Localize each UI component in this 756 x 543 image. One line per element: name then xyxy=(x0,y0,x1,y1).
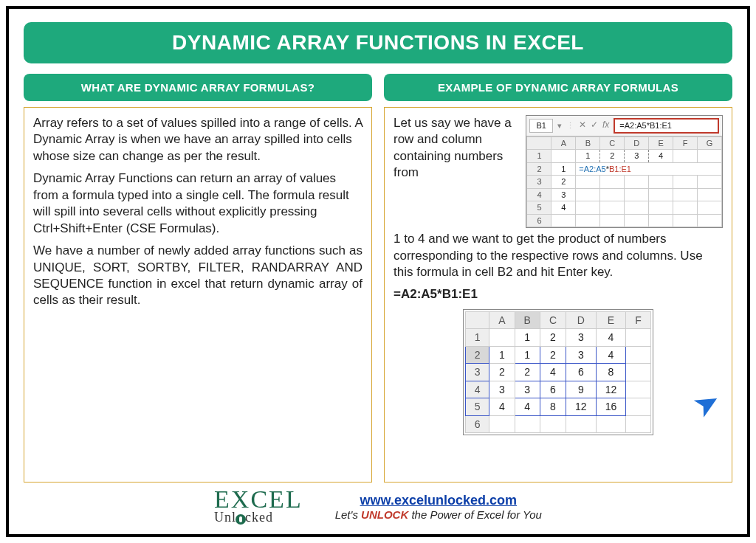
site-link[interactable]: www.excelunlocked.com xyxy=(360,493,517,508)
left-para-3: We have a number of newly added array fu… xyxy=(33,243,362,309)
tagline: Let's UNLOCK the Power of Excel for You xyxy=(335,508,542,521)
example-top-row: Let us say we have a row and column cont… xyxy=(394,115,723,228)
pointer-arrow-icon: ➤ xyxy=(685,379,728,428)
brand-logo: EXCEL Unlcked xyxy=(214,488,303,525)
fx-icon: fx xyxy=(602,120,609,131)
right-heading: EXAMPLE OF DYNAMIC ARRAY FORMULAS xyxy=(384,74,732,101)
logo-main-text: EXCEL xyxy=(214,488,303,511)
inline-formula-cell: =A2:A5*B1:E1 xyxy=(576,162,722,176)
left-column: WHAT ARE DYNAMIC ARRAY FORMULAS? Array r… xyxy=(24,74,372,483)
left-para-1: Array refers to a set of values spilled … xyxy=(33,115,362,165)
example-intro-continued: 1 to 4 and we want to get the product of… xyxy=(394,231,723,280)
dropdown-icon: ▾ xyxy=(557,120,562,131)
right-card: Let us say we have a row and column cont… xyxy=(384,107,732,483)
formula-bar-input: =A2:A5*B1:E1 xyxy=(614,118,719,134)
mini-spreadsheet: B1 ▾ ⋮ ✕ ✓ fx =A2:A5*B1:E1 A xyxy=(526,115,723,228)
left-para-2: Dynamic Array Functions can return an ar… xyxy=(33,170,362,237)
footer-text-block: www.excelunlocked.com Let's UNLOCK the P… xyxy=(335,493,542,521)
name-box: B1 xyxy=(529,119,552,133)
right-column: EXAMPLE OF DYNAMIC ARRAY FORMULAS Let us… xyxy=(384,74,732,483)
columns-wrap: WHAT ARE DYNAMIC ARRAY FORMULAS? Array r… xyxy=(24,74,732,483)
main-title: DYNAMIC ARRAY FUNCTIONS IN EXCEL xyxy=(24,22,732,63)
keyhole-icon xyxy=(236,514,246,525)
mini-grid: A B C D E F G 1 1 xyxy=(526,136,722,228)
example-formula: =A2:A5*B1:E1 xyxy=(394,286,723,302)
separator-icon: ⋮ xyxy=(566,120,574,131)
result-sheet-wrap: A B C D E F 1 1 2 xyxy=(394,309,723,440)
left-heading: WHAT ARE DYNAMIC ARRAY FORMULAS? xyxy=(24,74,372,101)
result-grid: A B C D E F 1 1 2 xyxy=(465,311,651,433)
cancel-icon: ✕ xyxy=(579,120,586,131)
formula-bar: B1 ▾ ⋮ ✕ ✓ fx =A2:A5*B1:E1 xyxy=(526,116,722,136)
example-intro-left: Let us say we have a row and column cont… xyxy=(394,115,518,181)
left-card: Array refers to a set of values spilled … xyxy=(24,107,372,483)
footer: EXCEL Unlcked www.excelunlocked.com Let'… xyxy=(24,483,732,525)
document-frame: DYNAMIC ARRAY FUNCTIONS IN EXCEL WHAT AR… xyxy=(6,6,750,537)
confirm-icon: ✓ xyxy=(591,120,598,131)
result-spreadsheet: A B C D E F 1 1 2 xyxy=(463,309,653,435)
